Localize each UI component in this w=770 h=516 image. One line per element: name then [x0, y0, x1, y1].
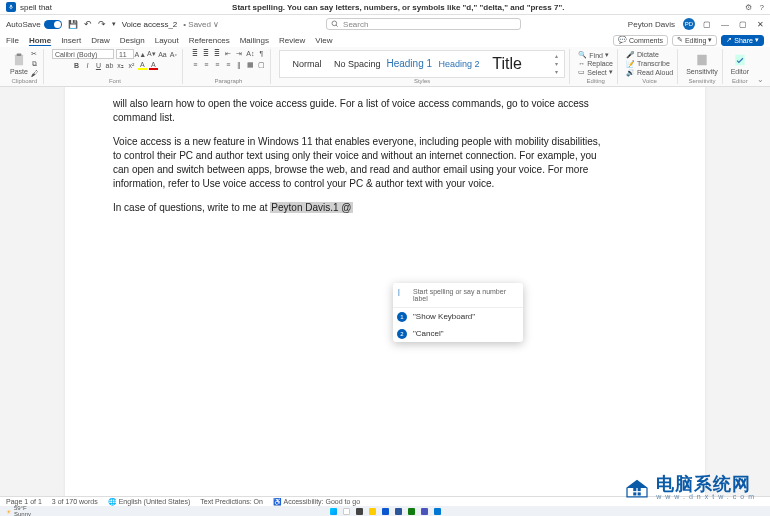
underline-icon[interactable]: U [94, 61, 103, 70]
copy-icon[interactable]: ⧉ [30, 59, 39, 68]
numbering-icon[interactable]: ≣ [202, 49, 211, 58]
styles-gallery[interactable]: Normal No Spacing Heading 1 Heading 2 Ti… [279, 50, 565, 78]
help-icon[interactable]: ? [760, 3, 764, 12]
font-size-combo[interactable]: 11 [116, 49, 134, 59]
outlook-icon[interactable] [434, 508, 441, 515]
save-icon[interactable]: 💾 [68, 20, 78, 29]
grow-font-icon[interactable]: A▲ [136, 50, 145, 59]
explorer-icon[interactable] [369, 508, 376, 515]
tab-view[interactable]: View [315, 36, 332, 45]
word-icon[interactable] [395, 508, 402, 515]
tab-review[interactable]: Review [279, 36, 305, 45]
undo-icon[interactable]: ↶ [84, 19, 92, 29]
save-state[interactable]: • Saved ∨ [183, 20, 219, 29]
ribbon-mode-icon[interactable]: ▢ [703, 20, 711, 29]
editor-button[interactable]: Editor [731, 53, 749, 75]
bold-icon[interactable]: B [72, 61, 81, 70]
tab-layout[interactable]: Layout [155, 36, 179, 45]
toggle-on-icon[interactable] [44, 20, 62, 29]
status-page[interactable]: Page 1 of 1 [6, 498, 42, 505]
tab-draw[interactable]: Draw [91, 36, 110, 45]
highlight-icon[interactable]: A [138, 61, 147, 70]
align-center-icon[interactable]: ≡ [202, 60, 211, 69]
multilevel-icon[interactable]: ≣ [213, 49, 222, 58]
dictate-button[interactable]: 🎤 Dictate [626, 51, 673, 59]
page[interactable]: will also learn how to open the voice ac… [65, 87, 705, 496]
font-color-icon[interactable]: A [149, 61, 158, 70]
sort-icon[interactable]: A↕ [246, 49, 255, 58]
transcribe-button[interactable]: 📝 Transcribe [626, 60, 673, 68]
align-right-icon[interactable]: ≡ [213, 60, 222, 69]
status-lang[interactable]: 🌐 English (United States) [108, 498, 191, 506]
edge-icon[interactable] [382, 508, 389, 515]
teams-icon[interactable] [421, 508, 428, 515]
borders-icon[interactable]: ▢ [257, 60, 266, 69]
settings-icon[interactable]: ⚙ [745, 3, 752, 12]
close-icon[interactable]: ✕ [757, 20, 764, 29]
sensitivity-button[interactable]: Sensitivity [686, 53, 718, 75]
style-no-spacing[interactable]: No Spacing [334, 59, 381, 69]
cut-icon[interactable]: ✂ [30, 49, 39, 58]
indent-inc-icon[interactable]: ⇥ [235, 49, 244, 58]
maximize-icon[interactable]: ▢ [739, 20, 747, 29]
status-words[interactable]: 3 of 170 words [52, 498, 98, 505]
user-name[interactable]: Peyton Davis [628, 20, 675, 29]
search-input[interactable]: Search [326, 18, 521, 30]
clear-format-icon[interactable]: A◦ [169, 50, 178, 59]
tab-mailings[interactable]: Mailings [240, 36, 269, 45]
redo-icon[interactable]: ↷ [98, 19, 106, 29]
strike-icon[interactable]: ab [105, 61, 114, 70]
collapse-ribbon-icon[interactable]: ⌄ [757, 75, 764, 84]
replace-button[interactable]: ↔ Replace [578, 60, 613, 67]
comments-button[interactable]: 💬 Comments [613, 35, 668, 46]
status-predictions[interactable]: Text Predictions: On [200, 498, 263, 505]
autosave-toggle[interactable]: AutoSave [6, 20, 62, 29]
taskview-icon[interactable] [356, 508, 363, 515]
line-spacing-icon[interactable]: ‖ [235, 60, 244, 69]
search-taskbar-icon[interactable] [343, 508, 350, 515]
styles-more-icon[interactable]: ▾ [555, 68, 558, 75]
subscript-icon[interactable]: x₂ [116, 61, 125, 70]
align-left-icon[interactable]: ≡ [191, 60, 200, 69]
styles-up-icon[interactable]: ▴ [555, 52, 558, 59]
shrink-font-icon[interactable]: A▾ [147, 50, 156, 59]
popup-option-cancel[interactable]: 2 "Cancel" [393, 325, 523, 342]
style-heading2[interactable]: Heading 2 [438, 59, 480, 69]
tab-references[interactable]: References [189, 36, 230, 45]
tab-insert[interactable]: Insert [61, 36, 81, 45]
document-name[interactable]: Voice access_2 [122, 20, 178, 29]
tab-design[interactable]: Design [120, 36, 145, 45]
style-heading1[interactable]: Heading 1 [386, 58, 432, 69]
superscript-icon[interactable]: x² [127, 61, 136, 70]
format-painter-icon[interactable]: 🖌 [30, 69, 39, 78]
font-name-combo[interactable]: Calibri (Body) [52, 49, 114, 59]
excel-icon[interactable] [408, 508, 415, 515]
show-marks-icon[interactable]: ¶ [257, 49, 266, 58]
start-icon[interactable] [330, 508, 337, 515]
qat-dropdown-icon[interactable]: ▾ [112, 20, 116, 28]
avatar[interactable]: PD [683, 18, 695, 30]
share-button[interactable]: ↗ Share ▾ [721, 35, 764, 46]
popup-option-show-keyboard[interactable]: 1 "Show Keyboard" [393, 308, 523, 325]
change-case-icon[interactable]: Aa [158, 50, 167, 59]
bullets-icon[interactable]: ≣ [191, 49, 200, 58]
svg-rect-2 [15, 54, 23, 65]
style-normal[interactable]: Normal [286, 59, 328, 69]
tab-home[interactable]: Home [29, 36, 51, 45]
styles-down-icon[interactable]: ▾ [555, 60, 558, 67]
style-title[interactable]: Title [486, 55, 528, 73]
tab-file[interactable]: File [6, 36, 19, 45]
read-aloud-button[interactable]: 🔊 Read Aloud [626, 69, 673, 77]
editing-button[interactable]: ✎ Editing ▾ [672, 35, 717, 46]
justify-icon[interactable]: ≡ [224, 60, 233, 69]
italic-icon[interactable]: I [83, 61, 92, 70]
weather-widget[interactable]: ☀ 59°F Sunny [6, 505, 31, 516]
select-button[interactable]: ▭ Select ▾ [578, 68, 613, 76]
find-button[interactable]: 🔍 Find ▾ [578, 51, 613, 59]
shading-icon[interactable]: ▦ [246, 60, 255, 69]
status-accessibility[interactable]: ♿ Accessibility: Good to go [273, 498, 360, 506]
indent-dec-icon[interactable]: ⇤ [224, 49, 233, 58]
minimize-icon[interactable]: — [721, 20, 729, 29]
microphone-icon[interactable] [6, 2, 16, 12]
paste-button[interactable]: Paste [10, 53, 28, 75]
